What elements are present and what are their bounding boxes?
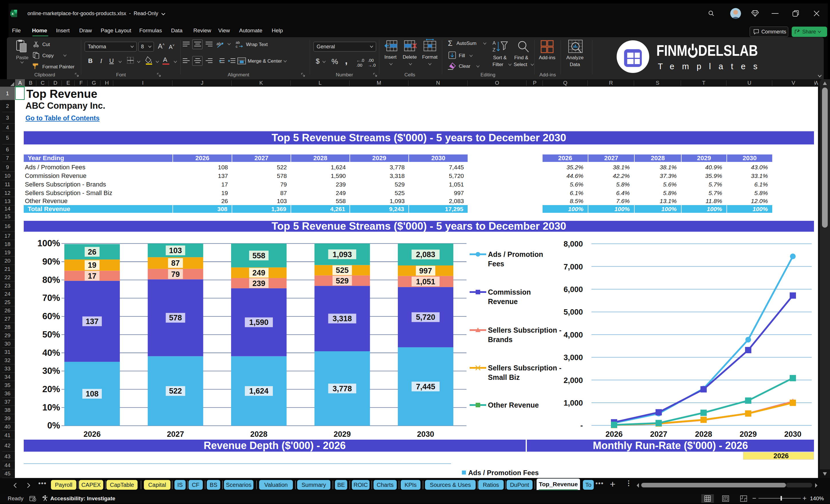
svg-text:3,318: 3,318 (332, 314, 352, 323)
svg-text:79: 79 (171, 270, 180, 279)
svg-text:8,000: 8,000 (564, 240, 583, 248)
svg-text:1,590: 1,590 (249, 318, 268, 327)
svg-text:6,000: 6,000 (564, 285, 583, 294)
svg-text:ab: ab (236, 40, 240, 44)
svg-text:529: 529 (336, 277, 349, 285)
svg-text:Fees: Fees (488, 260, 504, 268)
svg-text:239: 239 (252, 279, 265, 288)
svg-text:80%: 80% (42, 275, 60, 285)
svg-text:Other Revenue: Other Revenue (488, 401, 539, 409)
svg-text:1,624: 1,624 (249, 387, 268, 395)
svg-text:1,051: 1,051 (416, 278, 435, 286)
svg-text:Commission: Commission (488, 288, 531, 296)
svg-text:Z: Z (492, 47, 496, 53)
svg-text:2027: 2027 (167, 430, 184, 439)
svg-text:Small Biz: Small Biz (488, 373, 520, 381)
svg-text:Brands: Brands (488, 336, 513, 344)
svg-text:Ads / Promotion: Ads / Promotion (488, 250, 543, 258)
svg-text:20%: 20% (42, 384, 60, 394)
svg-text:A: A (492, 40, 496, 46)
svg-text:522: 522 (169, 387, 182, 395)
svg-text:60%: 60% (42, 311, 60, 321)
svg-text:-: - (580, 421, 583, 430)
svg-text:3,000: 3,000 (564, 353, 583, 362)
svg-text:558: 558 (252, 251, 265, 260)
svg-text:5,000: 5,000 (564, 308, 583, 316)
svg-text:2030: 2030 (784, 430, 801, 439)
svg-text:5,720: 5,720 (416, 313, 435, 321)
svg-text:578: 578 (169, 314, 182, 322)
svg-text:Ads / Promotion Fees: Ads / Promotion Fees (468, 469, 539, 476)
svg-text:7,000: 7,000 (564, 262, 583, 271)
svg-text:70%: 70% (42, 293, 60, 303)
svg-text:103: 103 (169, 246, 182, 255)
svg-text:19: 19 (88, 261, 96, 270)
svg-text:137: 137 (86, 317, 98, 326)
svg-text:Sellers Subscription -: Sellers Subscription - (488, 326, 562, 334)
svg-text:7,445: 7,445 (416, 382, 435, 391)
svg-text:Sellers Subscription -: Sellers Subscription - (488, 364, 562, 372)
svg-text:50%: 50% (42, 329, 60, 340)
svg-text:90%: 90% (42, 257, 60, 266)
svg-text:1,000: 1,000 (564, 399, 583, 407)
svg-text:26: 26 (88, 248, 96, 256)
svg-text:2028: 2028 (695, 430, 712, 439)
svg-text:525: 525 (336, 266, 349, 275)
svg-text:2029: 2029 (333, 430, 351, 439)
svg-text:Revenue: Revenue (488, 297, 518, 306)
svg-text:2,083: 2,083 (416, 250, 435, 259)
svg-text:2030: 2030 (417, 430, 434, 439)
svg-text:0%: 0% (47, 420, 60, 431)
svg-text:2028: 2028 (250, 430, 267, 439)
svg-text:2,000: 2,000 (564, 376, 583, 385)
svg-text:x: x (12, 12, 14, 16)
svg-text:4,000: 4,000 (564, 330, 583, 339)
svg-text:2027: 2027 (650, 430, 667, 439)
svg-text:87: 87 (171, 259, 180, 267)
svg-text:997: 997 (419, 266, 432, 275)
svg-text:c: c (236, 44, 238, 49)
svg-text:108: 108 (86, 389, 98, 398)
svg-text:2026: 2026 (84, 430, 101, 439)
svg-text:249: 249 (252, 269, 265, 277)
svg-text:100%: 100% (37, 238, 60, 248)
svg-text:3,778: 3,778 (332, 384, 352, 393)
svg-text:2029: 2029 (740, 430, 757, 439)
svg-text:2026: 2026 (605, 430, 622, 439)
svg-text:30%: 30% (42, 366, 60, 376)
svg-text:1,093: 1,093 (332, 250, 352, 259)
svg-text:40%: 40% (42, 348, 60, 358)
svg-text:10%: 10% (42, 403, 60, 412)
svg-text:17: 17 (88, 272, 96, 280)
